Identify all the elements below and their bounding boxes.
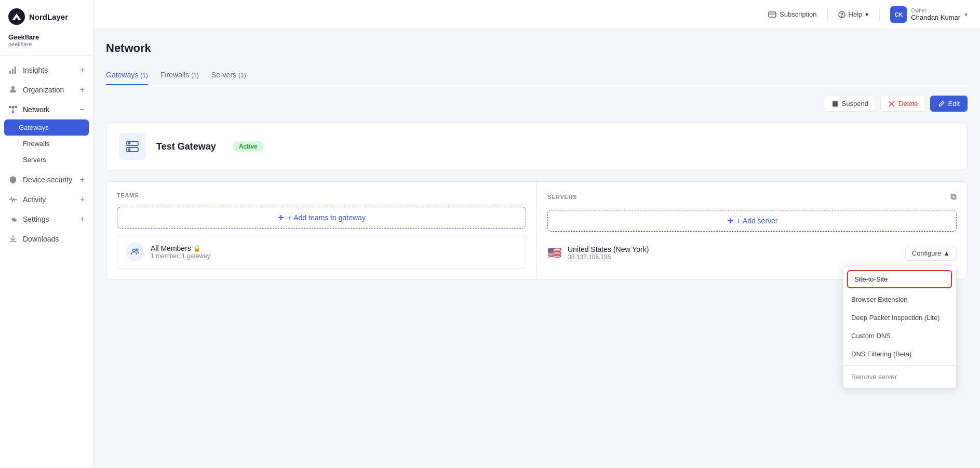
gateway-toolbar: Suspend Delete Edit <box>106 96 968 112</box>
svg-rect-2 <box>12 69 14 74</box>
sidebar-item-firewalls[interactable]: Firewalls <box>0 136 93 152</box>
configure-button[interactable]: Configure ▲ <box>905 246 957 261</box>
lock-icon: 🔒 <box>193 245 201 252</box>
add-teams-button[interactable]: + Add teams to gateway <box>117 207 526 229</box>
user-profile[interactable]: CK Owner Chandan Kumar ▾ <box>890 6 968 23</box>
team-meta: 1 member, 1 gateway <box>151 252 210 260</box>
chart-icon <box>8 65 18 75</box>
tab-servers[interactable]: Servers(1) <box>211 65 246 85</box>
user-role: Owner <box>911 8 960 14</box>
svg-rect-16 <box>833 101 835 106</box>
dropdown-item-browser-extension[interactable]: Browser Extension <box>843 290 956 309</box>
sidebar-item-downloads-label: Downloads <box>23 235 59 243</box>
user-info: Owner Chandan Kumar <box>911 8 960 21</box>
header-divider-2 <box>879 8 880 21</box>
org-name: Geekflare <box>8 33 85 41</box>
configure-label: Configure <box>912 249 941 257</box>
add-server-button[interactable]: + Add server <box>547 210 957 232</box>
sidebar-gateways-label: Gateways <box>19 124 49 131</box>
svg-point-27 <box>136 249 138 251</box>
download-icon <box>8 234 18 244</box>
sidebar-nav: Insights + Organization + <box>0 56 93 468</box>
sidebar-item-gateways[interactable]: Gateways <box>4 119 89 136</box>
help-label: Help <box>849 10 863 18</box>
user-chevron-icon: ▾ <box>964 11 968 18</box>
header-divider <box>827 8 828 21</box>
configure-dropdown: Site-to-Site Browser Extension Deep Pack… <box>842 265 957 389</box>
sidebar-item-servers[interactable]: Servers <box>0 152 93 168</box>
team-item: All Members 🔒 1 member, 1 gateway <box>117 235 526 269</box>
sidebar-item-organization-label: Organization <box>23 86 64 94</box>
user-avatar: CK <box>890 6 907 23</box>
add-teams-label: + Add teams to gateway <box>288 213 366 222</box>
network-collapse-icon: − <box>80 105 85 114</box>
svg-point-23 <box>129 149 130 151</box>
main-content: Subscription Help ▾ CK Owner Chandan Kum… <box>93 0 980 468</box>
help-chevron-icon: ▾ <box>865 10 869 18</box>
svg-rect-3 <box>15 66 16 74</box>
sidebar: NordLayer Geekflare geekflare Insights + <box>0 0 93 468</box>
insights-expand-icon: + <box>80 65 85 75</box>
team-name: All Members <box>151 244 191 252</box>
sidebar-item-activity-label: Activity <box>23 195 46 204</box>
user-name: Chandan Kumar <box>911 14 960 21</box>
settings-icon <box>8 215 18 224</box>
device-security-expand-icon: + <box>80 175 85 184</box>
help-icon <box>838 11 845 18</box>
suspend-icon <box>831 100 839 108</box>
edit-icon <box>938 100 945 108</box>
servers-header-label: SERVERS <box>547 194 577 200</box>
sidebar-item-insights[interactable]: Insights + <box>0 60 93 80</box>
shield-icon <box>8 175 18 184</box>
edit-button[interactable]: Edit <box>930 96 968 112</box>
svg-rect-17 <box>836 101 837 106</box>
dropdown-item-deep-packet[interactable]: Deep Packet Inspection (Lite) <box>843 309 956 327</box>
sidebar-item-organization[interactable]: Organization + <box>0 80 93 100</box>
server-details: United States (New York) 38.132.106.195 <box>568 245 649 261</box>
copy-icon[interactable]: ⧉ <box>950 192 957 202</box>
gateway-name: Test Gateway <box>156 141 216 152</box>
delete-label: Delete <box>898 100 918 108</box>
activity-expand-icon: + <box>80 195 85 204</box>
dropdown-item-custom-dns[interactable]: Custom DNS <box>843 327 956 345</box>
subscription-button[interactable]: Subscription <box>768 10 817 19</box>
teams-header-label: TEAMS <box>117 192 139 198</box>
sidebar-item-downloads[interactable]: Downloads <box>0 229 93 249</box>
sidebar-item-insights-label: Insights <box>23 66 48 74</box>
gateway-icon-box <box>119 133 146 160</box>
dropdown-divider <box>843 365 956 366</box>
team-details: All Members 🔒 1 member, 1 gateway <box>151 244 210 260</box>
svg-point-4 <box>11 86 15 89</box>
server-flag: 🇺🇸 <box>547 246 561 260</box>
add-server-icon <box>727 217 734 224</box>
sidebar-item-activity[interactable]: Activity + <box>0 190 93 209</box>
svg-rect-1 <box>9 71 11 74</box>
servers-panel-header: SERVERS ⧉ <box>547 192 957 202</box>
server-item: 🇺🇸 United States (New York) 38.132.106.1… <box>547 238 957 268</box>
delete-button[interactable]: Delete <box>880 96 926 112</box>
suspend-button[interactable]: Suspend <box>824 96 876 112</box>
help-button[interactable]: Help ▾ <box>838 10 869 18</box>
suspend-label: Suspend <box>842 100 868 108</box>
sidebar-firewalls-label: Firewalls <box>23 140 49 148</box>
dropdown-item-site-to-site[interactable]: Site-to-Site <box>847 270 952 288</box>
sidebar-item-device-security[interactable]: Device security + <box>0 170 93 190</box>
sidebar-item-device-security-label: Device security <box>23 176 72 184</box>
sidebar-item-settings[interactable]: Settings + <box>0 209 93 229</box>
svg-point-15 <box>841 16 842 17</box>
activity-icon <box>8 195 18 204</box>
sidebar-item-network-label: Network <box>23 105 49 114</box>
tab-firewalls[interactable]: Firewalls(1) <box>160 65 199 85</box>
dropdown-item-remove-server[interactable]: Remove server <box>843 368 956 386</box>
gateway-card: Test Gateway Active <box>106 122 968 171</box>
subscription-icon <box>768 10 776 19</box>
org-expand-icon: + <box>80 85 85 95</box>
tab-gateways[interactable]: Gateways(1) <box>106 65 148 85</box>
dropdown-item-dns-filtering[interactable]: DNS Filtering (Beta) <box>843 345 956 363</box>
sidebar-logo: NordLayer <box>0 0 93 31</box>
page-title: Network <box>106 42 968 55</box>
org-icon <box>8 85 18 95</box>
sidebar-item-network[interactable]: Network − <box>0 100 93 119</box>
edit-label: Edit <box>948 100 960 108</box>
settings-expand-icon: + <box>80 215 85 224</box>
